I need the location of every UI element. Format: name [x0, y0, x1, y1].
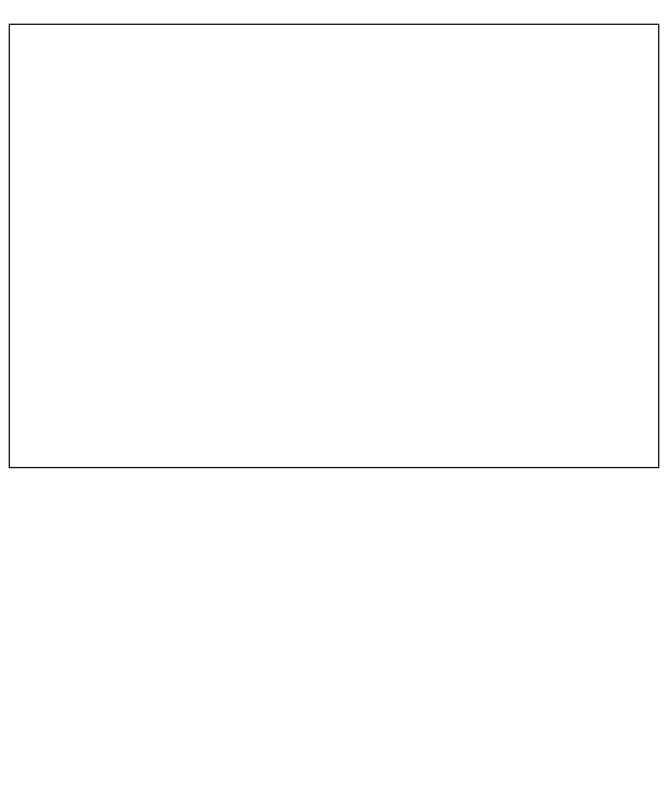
block2-comment	[20, 212, 648, 220]
block2-line-4	[20, 278, 648, 286]
block0-comment	[20, 86, 648, 94]
block3-comment	[20, 305, 648, 313]
where-keyword	[20, 135, 648, 143]
brace-open-where	[20, 152, 648, 160]
block4-comment	[20, 382, 648, 390]
brace-close	[20, 119, 648, 127]
block4-line-3	[20, 431, 648, 439]
block2-line-1	[20, 229, 648, 236]
block2-line-2	[20, 245, 648, 253]
block3-line-2	[20, 338, 648, 346]
sparql-code-box	[9, 24, 659, 468]
construct-keyword	[20, 53, 648, 60]
block3-line-1	[20, 322, 648, 330]
block2-line-3	[20, 262, 648, 270]
page	[0, 0, 668, 477]
bind-line	[20, 185, 648, 193]
block4-line-4	[20, 448, 648, 456]
block3-line-3	[20, 355, 648, 363]
brace-open	[20, 69, 648, 77]
block4-line-2	[20, 415, 648, 423]
block0-triple	[20, 102, 648, 110]
query-title-comment	[20, 36, 648, 44]
block4-line-1	[20, 398, 648, 406]
block1-comment	[20, 169, 648, 176]
